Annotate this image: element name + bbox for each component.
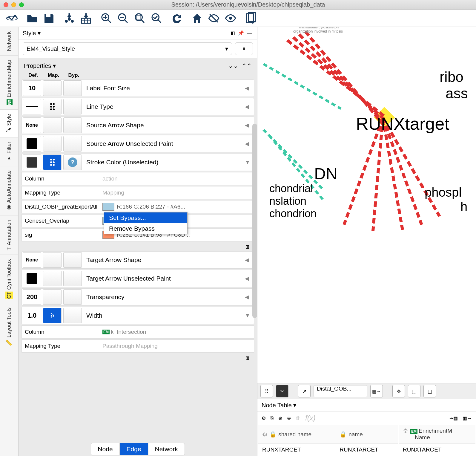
- map-cell[interactable]: [43, 252, 62, 268]
- export-table-icon[interactable]: ▦→: [463, 415, 472, 421]
- export-data-icon[interactable]: ▦→: [370, 385, 383, 397]
- def-cell[interactable]: [23, 136, 41, 152]
- gear-icon[interactable]: ⚙: [262, 415, 266, 421]
- byp-cell[interactable]: [63, 117, 82, 133]
- byp-cell[interactable]: [63, 289, 82, 305]
- tab-node[interactable]: Node: [91, 443, 119, 455]
- byp-cell[interactable]: [63, 136, 82, 152]
- tab-autoannotate[interactable]: ◉AutoAnnotate: [0, 166, 18, 215]
- map-cell[interactable]: [43, 289, 62, 305]
- minimize-icon[interactable]: —: [246, 30, 253, 36]
- add-column-icon[interactable]: ⊕: [278, 415, 282, 421]
- delete-icon[interactable]: 🗑: [296, 415, 300, 421]
- select-lasso-icon[interactable]: ◫: [423, 385, 436, 397]
- trash-icon[interactable]: 🗑: [245, 355, 250, 361]
- tab-filter[interactable]: ▾Filter: [0, 137, 18, 166]
- def-cell[interactable]: None: [23, 252, 41, 268]
- byp-cell[interactable]: [63, 80, 82, 96]
- move-icon[interactable]: ✥: [392, 385, 405, 397]
- def-cell[interactable]: [23, 99, 41, 114]
- save-icon[interactable]: [43, 12, 55, 24]
- show-icon[interactable]: [225, 12, 237, 24]
- width-mapping-row[interactable]: Mapping Type Passthrough Mapping: [22, 339, 254, 353]
- tab-annotation[interactable]: TAnnotation: [0, 215, 18, 255]
- stroke-column-row[interactable]: Column action: [22, 172, 254, 185]
- traffic-lights[interactable]: [4, 2, 24, 7]
- tab-layout-tools[interactable]: 📏Layout Tools: [0, 303, 18, 350]
- column-select[interactable]: Distal_GOB...: [314, 385, 367, 397]
- prop-target-arrow-shape[interactable]: None Target Arrow Shape ◀: [22, 251, 254, 269]
- visual-style-select[interactable]: EM4_Visual_Style▾: [23, 42, 232, 55]
- close-window-button[interactable]: [4, 2, 8, 7]
- maximize-window-button[interactable]: [19, 2, 24, 7]
- zoom-selected-icon[interactable]: [151, 12, 162, 24]
- expand-all-icon[interactable]: ⌃⌃: [242, 62, 252, 69]
- zoom-fit-icon[interactable]: [134, 12, 146, 24]
- tab-style[interactable]: 🖌Style: [0, 109, 18, 137]
- zoom-in-icon[interactable]: [100, 12, 112, 24]
- tab-cyni-toolbox[interactable]: CTCyni Toolbox: [0, 255, 18, 303]
- prop-target-arrow-paint[interactable]: Target Arrow Unselected Paint ◀: [22, 270, 254, 287]
- width-column-row[interactable]: Column EM k_Intersection: [22, 325, 254, 339]
- stroke-mapping-row[interactable]: Mapping Type Mapping: [22, 186, 254, 199]
- map-cell[interactable]: ⁝›: [43, 308, 62, 323]
- popout-icon[interactable]: ↗: [298, 385, 311, 397]
- byp-cell[interactable]: ?: [63, 154, 82, 170]
- trash-icon[interactable]: 🗑: [245, 244, 250, 250]
- menu-set-bypass[interactable]: Set Bypass...: [104, 212, 187, 223]
- minimize-window-button[interactable]: [11, 2, 16, 7]
- def-cell[interactable]: 1.0: [23, 308, 41, 323]
- refresh-icon[interactable]: [171, 12, 183, 24]
- import-network-icon[interactable]: [63, 12, 75, 24]
- map-cell[interactable]: [43, 99, 62, 114]
- tab-network-style[interactable]: Network: [148, 443, 185, 455]
- node-table-title[interactable]: Node Table ▾: [257, 399, 476, 411]
- menu-remove-bypass[interactable]: Remove Bypass: [104, 223, 187, 234]
- import-table-icon[interactable]: [80, 12, 92, 24]
- scrollbar[interactable]: [252, 124, 257, 318]
- prop-transparency[interactable]: 200 Transparency ◀: [22, 288, 254, 306]
- select-rect-icon[interactable]: ⬚: [408, 385, 420, 397]
- panel-title[interactable]: Style ▾: [23, 30, 228, 37]
- prop-label-font-size[interactable]: 10 Label Font Size ◀: [22, 79, 254, 97]
- def-cell[interactable]: 10: [23, 80, 41, 96]
- remove-column-icon[interactable]: ⊖: [287, 415, 291, 421]
- stroke-color-row-0[interactable]: Distal_GOBP_greatExportAll R:166 G:206 B…: [22, 200, 254, 213]
- def-cell[interactable]: 200: [23, 289, 41, 305]
- style-menu-button[interactable]: ≡: [235, 42, 253, 55]
- import-table-icon[interactable]: ⇥▦: [449, 415, 458, 421]
- node-table[interactable]: ⯐ 🔒shared name 🔒name ⯐EMEnrichmentMName …: [257, 425, 476, 456]
- map-cell[interactable]: [43, 117, 62, 133]
- byp-cell[interactable]: [63, 271, 82, 286]
- prop-line-type[interactable]: Line Type ◀: [22, 98, 254, 115]
- map-cell[interactable]: [43, 80, 62, 96]
- prop-source-arrow-shape[interactable]: None Source Arrow Shape ◀: [22, 117, 254, 134]
- byp-cell[interactable]: [63, 252, 82, 268]
- prop-stroke-color[interactable]: ? Stroke Color (Unselected) ▼: [22, 154, 254, 171]
- def-cell[interactable]: [23, 271, 41, 286]
- prop-source-arrow-paint[interactable]: Source Arrow Unselected Paint ◀: [22, 135, 254, 152]
- def-cell[interactable]: [23, 154, 41, 170]
- home-icon[interactable]: [191, 12, 203, 24]
- grid-icon[interactable]: ⠿: [260, 385, 273, 397]
- export-icon[interactable]: [245, 12, 257, 24]
- map-cell[interactable]: [43, 136, 62, 152]
- byp-cell[interactable]: [63, 99, 82, 114]
- wave-icon[interactable]: [6, 12, 18, 24]
- properties-header[interactable]: Properties ▾ ⌄⌄ ⌃⌃: [22, 60, 254, 71]
- tab-edge[interactable]: Edge: [120, 443, 148, 455]
- map-cell[interactable]: [43, 154, 62, 170]
- collapse-all-icon[interactable]: ⌄⌄: [228, 62, 238, 69]
- tab-network[interactable]: Network: [0, 27, 18, 55]
- float-icon[interactable]: ◧: [229, 30, 236, 36]
- map-cell[interactable]: [43, 271, 62, 286]
- hide-icon[interactable]: [208, 12, 220, 24]
- def-cell[interactable]: None: [23, 117, 41, 133]
- columns-icon[interactable]: ⎘: [271, 415, 274, 421]
- zoom-out-icon[interactable]: [117, 12, 129, 24]
- tab-enrichmentmap[interactable]: EMEnrichmentMap: [0, 55, 18, 109]
- network-view[interactable]: microtubule cytoskeletonorganization inv…: [257, 27, 476, 383]
- share-icon[interactable]: ⫘: [276, 385, 288, 397]
- pin-icon[interactable]: 📌: [237, 30, 245, 36]
- prop-width[interactable]: 1.0 ⁝› Width ▼: [22, 307, 254, 324]
